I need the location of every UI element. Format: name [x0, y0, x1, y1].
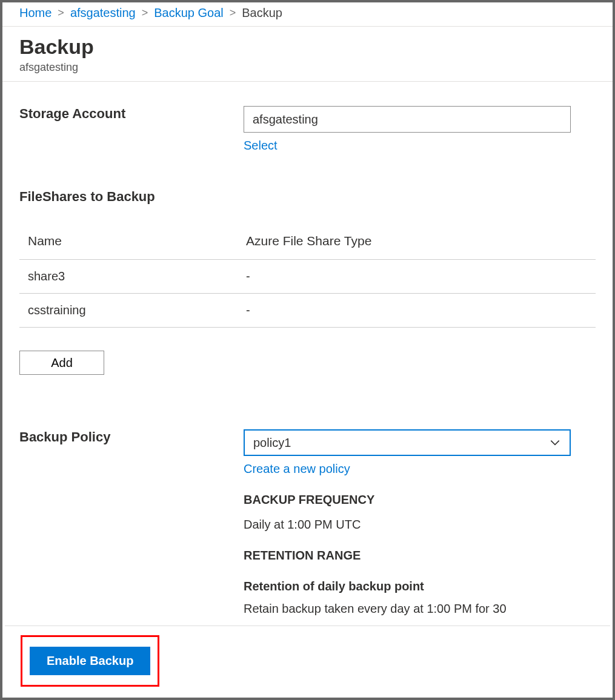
page-subtitle: afsgatesting: [19, 61, 596, 74]
add-fileshare-button[interactable]: Add: [19, 351, 104, 375]
fileshare-type: -: [246, 303, 596, 317]
fileshare-name: share3: [28, 269, 246, 283]
fileshare-name: csstraining: [28, 303, 246, 317]
chevron-down-icon: [549, 437, 561, 449]
enable-backup-button[interactable]: Enable Backup: [30, 647, 150, 675]
breadcrumb-backup-goal[interactable]: Backup Goal: [154, 6, 224, 20]
breadcrumb-afsgatesting[interactable]: afsgatesting: [70, 6, 136, 20]
backup-policy-label: Backup Policy: [19, 429, 244, 445]
highlight-box: Enable Backup: [21, 635, 159, 687]
select-storage-account-link[interactable]: Select: [244, 139, 278, 153]
column-header-type: Azure File Share Type: [246, 234, 596, 248]
chevron-right-icon: >: [58, 7, 64, 19]
breadcrumb-current: Backup: [242, 6, 282, 20]
backup-frequency-heading: BACKUP FREQUENCY: [244, 493, 571, 507]
storage-account-label: Storage Account: [19, 106, 244, 122]
backup-policy-value: policy1: [253, 436, 291, 450]
chevron-right-icon: >: [142, 7, 148, 19]
table-row[interactable]: csstraining -: [19, 294, 596, 328]
breadcrumb-home[interactable]: Home: [19, 6, 52, 20]
storage-account-input[interactable]: [244, 106, 571, 133]
backup-policy-select[interactable]: policy1: [244, 429, 571, 456]
breadcrumb: Home > afsgatesting > Backup Goal > Back…: [2, 2, 613, 27]
page-title: Backup: [19, 35, 596, 59]
backup-frequency-text: Daily at 1:00 PM UTC: [244, 518, 571, 532]
column-header-name: Name: [28, 234, 246, 248]
fileshares-table: Name Azure File Share Type share3 - csst…: [19, 223, 596, 328]
chevron-right-icon: >: [230, 7, 236, 19]
retention-range-heading: RETENTION RANGE: [244, 549, 571, 563]
footer-bar: Enable Backup: [5, 626, 610, 695]
page-header: Backup afsgatesting: [2, 27, 613, 82]
fileshare-type: -: [246, 269, 596, 283]
table-row[interactable]: share3 -: [19, 260, 596, 294]
create-new-policy-link[interactable]: Create a new policy: [244, 462, 350, 476]
retention-sub-heading: Retention of daily backup point: [244, 579, 571, 593]
fileshares-heading: FileShares to Backup: [19, 189, 596, 205]
retention-text: Retain backup taken every day at 1:00 PM…: [244, 602, 571, 616]
